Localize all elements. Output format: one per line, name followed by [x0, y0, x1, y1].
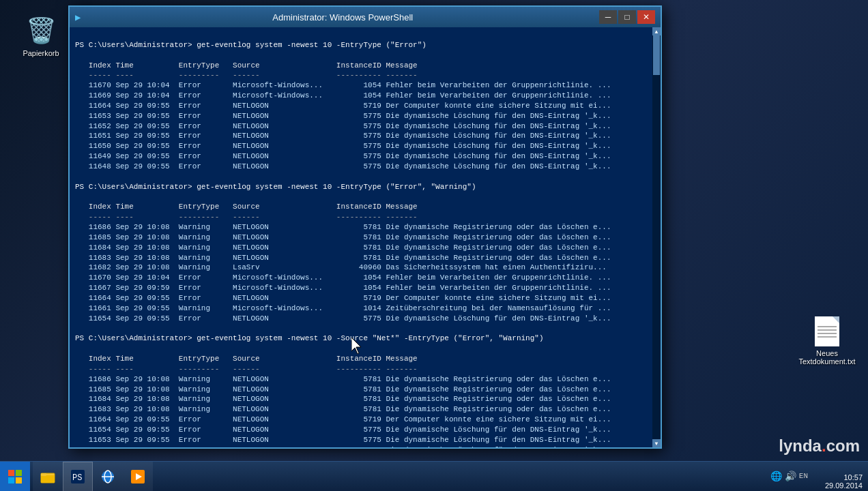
taskbar-items: PS — [33, 462, 153, 491]
minimize-button[interactable]: ─ — [599, 10, 617, 24]
watermark-com: com — [826, 436, 860, 455]
window-title: Administrator: Windows PowerShell — [86, 12, 599, 23]
maximize-button[interactable]: □ — [618, 10, 636, 24]
ps-scrollable-content[interactable]: PS C:\Users\Administrator> get-eventlog … — [70, 27, 652, 447]
ps-output: PS C:\Users\Administrator> get-eventlog … — [75, 30, 647, 447]
svg-rect-6 — [41, 475, 55, 483]
clock-time: 10:57 — [825, 473, 863, 481]
taskbar-powershell[interactable]: PS — [63, 462, 93, 492]
desktop: 🗑️ Papierkorb ▶ Administrator: Windows P… — [0, 0, 868, 491]
svg-rect-3 — [8, 477, 14, 483]
powershell-window: ▶ Administrator: Windows PowerShell ─ □ … — [68, 5, 662, 449]
scrollbar-down-button[interactable]: ▼ — [652, 439, 661, 447]
tray-keyboard[interactable]: EN — [799, 472, 808, 480]
taskbar: PS 🌐 🔊 EN — [0, 461, 868, 491]
svg-rect-4 — [16, 477, 22, 483]
recycle-bin-label: Papierkorb — [23, 49, 59, 57]
taskbar-media[interactable] — [123, 462, 153, 492]
taskbar-explorer[interactable] — [33, 462, 63, 492]
vertical-scrollbar[interactable]: ▲ ▼ — [652, 27, 661, 447]
svg-text:PS: PS — [72, 473, 82, 483]
tray-network[interactable]: 🌐 — [770, 471, 782, 482]
watermark-text: lynda.com — [779, 436, 860, 456]
watermark-lynda: lynda — [779, 436, 822, 455]
svg-rect-1 — [8, 470, 14, 476]
watermark-dot: . — [822, 436, 826, 455]
ps-icon: ▶ — [75, 12, 81, 23]
system-tray: 🌐 🔊 EN — [770, 461, 813, 491]
tray-volume[interactable]: 🔊 — [785, 471, 796, 482]
titlebar: ▶ Administrator: Windows PowerShell ─ □ … — [70, 7, 661, 27]
text-document-icon[interactable]: NeuesTextdokument.txt — [800, 314, 854, 368]
ps-content-area: PS C:\Users\Administrator> get-eventlog … — [70, 27, 661, 447]
svg-rect-2 — [16, 470, 22, 476]
window-controls: ─ □ ✕ — [599, 10, 655, 24]
scrollbar-thumb[interactable] — [653, 34, 660, 75]
watermark-container: lynda.com — [779, 436, 860, 456]
close-button[interactable]: ✕ — [637, 10, 655, 24]
taskbar-ie[interactable] — [93, 462, 123, 492]
file-icon-lines — [818, 326, 837, 340]
cmd3-prompt: PS C:\Users\Administrator> get-eventlog … — [75, 334, 544, 342]
text-doc-label: NeuesTextdokument.txt — [798, 349, 855, 366]
file-icon-shape — [815, 316, 839, 346]
cmd1-prompt: PS C:\Users\Administrator> get-eventlog … — [75, 41, 426, 49]
recycle-bin-icon[interactable]: 🗑️ Papierkorb — [14, 14, 68, 60]
start-button[interactable] — [0, 462, 30, 492]
taskbar-clock[interactable]: 10:57 29.09.2014 — [825, 473, 863, 490]
svg-rect-7 — [41, 473, 46, 476]
clock-date: 29.09.2014 — [825, 481, 863, 490]
scrollbar-track[interactable] — [652, 27, 661, 447]
cmd2-prompt: PS C:\Users\Administrator> get-eventlog … — [75, 183, 476, 191]
